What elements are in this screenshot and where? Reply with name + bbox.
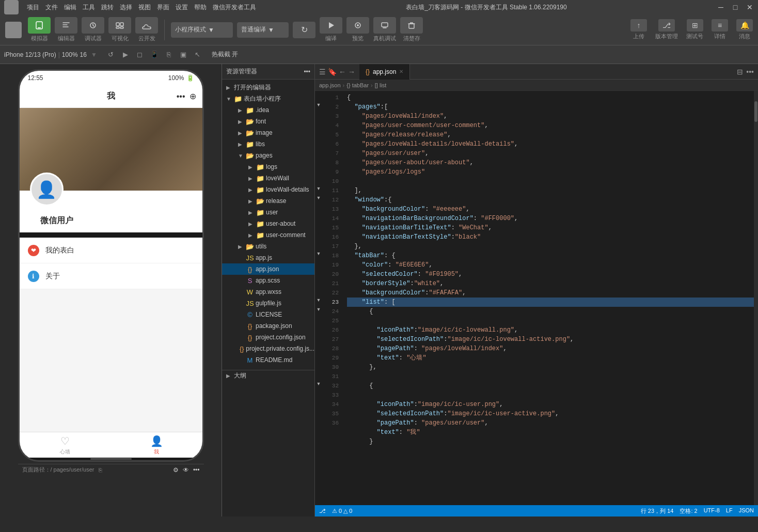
fold-btn-4[interactable] (315, 119, 322, 128)
refresh-tool[interactable]: ↻ (293, 22, 315, 38)
file-panel-more[interactable]: ••• (304, 68, 310, 75)
file-project-private[interactable]: {} project.private.config.js... (222, 343, 314, 354)
breadcrumb-tabbar[interactable]: {} tabBar (346, 82, 369, 88)
refresh-button[interactable]: ↻ (293, 22, 315, 38)
fold-btn-23[interactable]: ▼ (315, 295, 322, 305)
preview-tool[interactable]: 预览 (346, 17, 369, 42)
cloud-button[interactable] (135, 17, 158, 34)
scrollbar-thumb[interactable] (754, 101, 757, 122)
file-app-js[interactable]: JS app.js (222, 252, 314, 263)
editor-split-controls[interactable]: ⊟ ••• (733, 68, 758, 76)
folder-user[interactable]: ▶ 📁 user (222, 207, 314, 218)
project-root[interactable]: ▼ 📁 表白墙小程序 (222, 93, 314, 104)
folder-lovewall-details[interactable]: ▶ 📁 loveWall-details (222, 184, 314, 195)
fold-btn-12[interactable]: ▼ (315, 193, 322, 202)
scrollbar[interactable] (754, 91, 758, 505)
folder-image[interactable]: ▶ 📂 image (222, 127, 314, 138)
clear-cache-tool[interactable]: 清楚存 (400, 17, 423, 42)
fold-btn-19[interactable] (315, 258, 322, 268)
compile-button[interactable] (320, 17, 342, 34)
about-menu-item[interactable]: ℹ 关于 (20, 263, 202, 289)
compile-tool[interactable]: 编译 (320, 17, 342, 42)
fold-btn-6[interactable] (315, 137, 322, 147)
hot-edit[interactable]: 热截截 开 (212, 50, 238, 59)
folder-pages[interactable]: ▼ 📂 pages (222, 150, 314, 161)
tab-close-button[interactable]: ✕ (399, 69, 403, 74)
fold-btn-10[interactable] (315, 175, 322, 184)
more-icon[interactable]: ••• (193, 466, 200, 474)
real-debug-tool[interactable]: 真机调试 (373, 17, 396, 42)
cloud-tool[interactable]: 云开发 (135, 17, 158, 42)
fold-btn-1[interactable] (315, 91, 322, 100)
fold-btn-34[interactable] (315, 398, 322, 407)
fold-btn-28[interactable] (315, 342, 322, 351)
fold-btn-8[interactable] (315, 156, 322, 165)
folder-release[interactable]: ▶ 📂 release (222, 195, 314, 207)
debugger-button[interactable] (82, 17, 104, 34)
stop-button[interactable]: ◻ (134, 49, 146, 60)
menu-settings[interactable]: 设置 (176, 3, 188, 12)
fold-btn-16[interactable] (315, 230, 322, 240)
split-icon[interactable]: ⊟ (737, 68, 743, 76)
fold-btn-25[interactable] (315, 314, 322, 323)
simulator-tool[interactable]: 模拟器 (28, 17, 51, 42)
scan-icon[interactable]: ⊕ (190, 91, 196, 101)
fold-btn-11[interactable]: ▼ (315, 184, 322, 193)
file-readme[interactable]: M README.md (222, 354, 314, 366)
editor-tool[interactable]: 编辑器 (55, 17, 77, 42)
menu-bar[interactable]: 项目 文件 编辑 工具 跳转 选择 视图 界面 设置 帮助 微信开发者工具 (27, 3, 256, 12)
header-icons[interactable]: ••• ⊕ (177, 91, 196, 101)
detail-tool[interactable]: ≡ 详情 (712, 19, 728, 40)
tab-me[interactable]: 👤 我 (111, 432, 202, 458)
fold-btn-7[interactable] (315, 147, 322, 156)
folder-user-comment[interactable]: ▶ 📁 user-comment (222, 229, 314, 241)
visual-button[interactable] (108, 17, 131, 34)
fold-btn-3[interactable] (315, 109, 322, 119)
menu-goto[interactable]: 跳转 (101, 3, 114, 12)
dots-icon[interactable]: ••• (177, 92, 185, 101)
menu-tools[interactable]: 工具 (83, 3, 95, 12)
close-button[interactable]: ✕ (746, 3, 754, 11)
breadcrumb-list[interactable]: [] list (375, 82, 387, 88)
folder-font[interactable]: ▶ 📂 font (222, 116, 314, 127)
nav-forward[interactable]: → (348, 68, 355, 76)
phone2-button[interactable]: ▣ (178, 49, 189, 60)
folder-utils[interactable]: ▶ 📂 utils (222, 241, 314, 252)
nav-back[interactable]: ← (339, 68, 346, 76)
menu-file[interactable]: 文件 (45, 3, 58, 12)
fold-btn-27[interactable] (315, 333, 322, 342)
fold-btn-2[interactable]: ▼ (315, 100, 322, 109)
compile-dropdown[interactable]: 普通编译 ▼ (237, 22, 289, 38)
more-editor-icon[interactable]: ••• (746, 68, 754, 76)
version-tool[interactable]: ⎇ 版本管理 (655, 19, 678, 40)
simulator-button[interactable] (28, 17, 51, 34)
fold-btn-24[interactable]: ▼ (315, 305, 322, 314)
sim-controls[interactable]: ↺ ▶ ◻ 📱 ⎘ ▣ ↖ (105, 49, 203, 60)
rotate-button[interactable]: ↺ (105, 49, 117, 60)
window-controls[interactable]: ─ □ ✕ (717, 3, 754, 11)
open-editors-header[interactable]: ▶ 打开的编辑器 (222, 82, 314, 93)
real-debug-button[interactable] (373, 17, 396, 34)
fold-btn-9[interactable] (315, 165, 322, 175)
file-app-wxss[interactable]: W app.wxss (222, 286, 314, 298)
fold-btn-21[interactable] (315, 277, 322, 286)
lines-icon[interactable]: ☰ (319, 68, 326, 76)
tab-heart-wall[interactable]: ♡ 心墙 (20, 432, 111, 458)
cursor-button[interactable]: ↖ (192, 49, 203, 60)
bookmark-icon[interactable]: 🔖 (328, 68, 337, 76)
file-app-scss[interactable]: S app.scss (222, 275, 314, 286)
fold-btn-18[interactable]: ▼ (315, 249, 322, 258)
fold-btn-30[interactable] (315, 361, 322, 370)
folder-idea[interactable]: ▶ 📁 .idea (222, 104, 314, 116)
menu-edit[interactable]: 编辑 (64, 3, 76, 12)
test-tool[interactable]: ⊞ 测试号 (686, 19, 703, 40)
preview-button[interactable] (346, 17, 369, 34)
maximize-button[interactable]: □ (731, 3, 739, 11)
eye-icon[interactable]: 👁 (183, 466, 189, 474)
fold-btn-13[interactable] (315, 202, 322, 212)
fold-btn-33[interactable] (315, 388, 322, 398)
phone-button[interactable]: 📱 (149, 49, 160, 60)
phone-bottom-controls[interactable]: ⚙ 👁 ••• (173, 466, 200, 474)
menu-view[interactable]: 视图 (138, 3, 151, 12)
fold-btn-38[interactable] (315, 435, 322, 444)
